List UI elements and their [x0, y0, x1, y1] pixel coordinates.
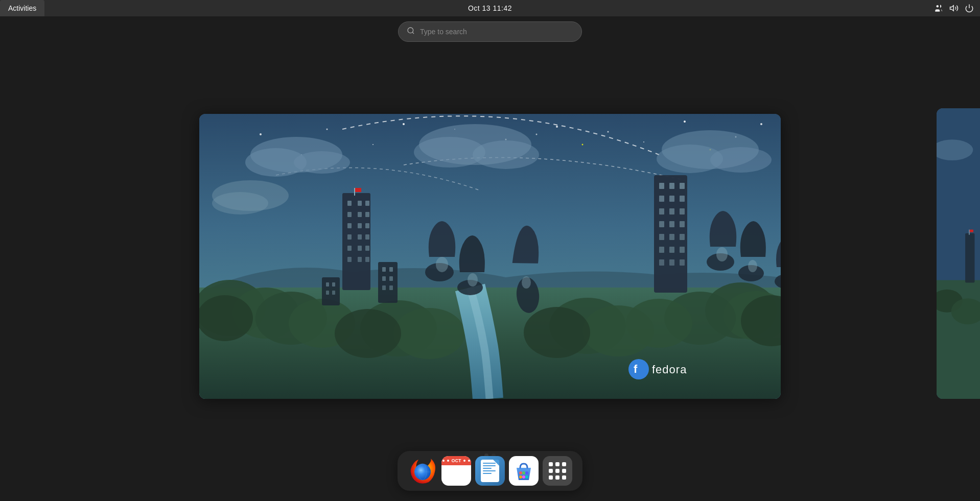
- svg-point-46: [335, 309, 401, 358]
- wallpaper-scene: f fedora: [199, 114, 781, 399]
- svg-rect-111: [389, 285, 393, 290]
- svg-rect-77: [365, 201, 369, 206]
- app-dot-5: [555, 469, 559, 473]
- svg-rect-106: [382, 267, 386, 272]
- app-dot-7: [549, 475, 553, 480]
- dock-firefox[interactable]: [408, 456, 437, 486]
- svg-rect-79: [358, 212, 362, 217]
- svg-point-45: [393, 308, 465, 359]
- svg-rect-81: [347, 223, 352, 228]
- workspace-main[interactable]: f fedora: [199, 114, 781, 399]
- svg-point-155: [525, 475, 528, 479]
- writer-line-5: [483, 473, 492, 474]
- svg-rect-71: [680, 259, 685, 266]
- svg-point-27: [473, 140, 539, 169]
- svg-rect-56: [680, 196, 685, 202]
- workspace-side[interactable]: [937, 108, 980, 399]
- cal-dot-3: [463, 460, 465, 462]
- svg-point-24: [294, 151, 350, 174]
- svg-text:fedora: fedora: [652, 363, 687, 376]
- svg-point-14: [760, 123, 762, 125]
- svg-rect-66: [659, 247, 664, 253]
- svg-rect-107: [389, 267, 393, 272]
- store-icon: [512, 460, 535, 482]
- svg-rect-65: [680, 234, 685, 240]
- svg-point-12: [684, 121, 686, 123]
- svg-point-16: [582, 144, 584, 145]
- svg-rect-108: [382, 276, 386, 281]
- svg-point-136: [628, 359, 649, 379]
- wallpaper: f fedora: [199, 114, 781, 399]
- dock-calendar[interactable]: OCT: [441, 456, 471, 486]
- power-icon[interactable]: [965, 4, 974, 13]
- dock-appgrid[interactable]: [543, 456, 572, 486]
- svg-rect-63: [659, 234, 664, 240]
- svg-rect-121: [326, 282, 329, 287]
- svg-text:f: f: [634, 363, 638, 375]
- dock-writer[interactable]: [475, 456, 505, 486]
- topbar-left: Activities: [0, 0, 44, 16]
- svg-rect-69: [659, 259, 664, 266]
- svg-rect-52: [669, 183, 674, 189]
- svg-rect-89: [365, 246, 369, 251]
- svg-point-152: [525, 471, 528, 474]
- svg-point-153: [519, 475, 522, 479]
- svg-point-6: [260, 133, 262, 135]
- app-dot-1: [549, 462, 553, 466]
- volume-icon[interactable]: [949, 4, 959, 13]
- svg-rect-83: [365, 223, 369, 228]
- svg-rect-78: [347, 212, 352, 217]
- svg-point-102: [748, 260, 757, 272]
- svg-point-21: [536, 133, 538, 135]
- topbar-datetime[interactable]: Oct 13 11:42: [468, 4, 512, 12]
- svg-rect-84: [347, 234, 352, 240]
- app-dot-8: [555, 475, 559, 480]
- writer-line-3: [483, 468, 492, 469]
- app-dot-4: [549, 469, 553, 473]
- svg-line-4: [412, 32, 414, 34]
- svg-rect-124: [332, 291, 335, 295]
- svg-rect-105: [378, 262, 398, 303]
- svg-rect-109: [389, 276, 393, 281]
- search-bar[interactable]: [398, 21, 582, 42]
- svg-point-32: [212, 192, 268, 214]
- firefox-icon: [408, 457, 437, 485]
- svg-rect-62: [680, 221, 685, 227]
- users-icon[interactable]: [934, 4, 943, 13]
- svg-point-30: [710, 147, 772, 173]
- svg-point-11: [608, 131, 609, 132]
- svg-point-10: [556, 126, 558, 128]
- search-input[interactable]: [420, 28, 573, 36]
- svg-rect-143: [970, 230, 973, 232]
- app-dot-3: [562, 462, 566, 466]
- svg-point-7: [326, 128, 328, 130]
- svg-rect-53: [680, 183, 685, 189]
- svg-rect-67: [669, 247, 674, 253]
- svg-point-154: [522, 475, 525, 479]
- svg-point-98: [522, 276, 531, 289]
- svg-rect-85: [358, 234, 362, 240]
- writer-document: [481, 460, 499, 482]
- svg-rect-88: [358, 246, 362, 251]
- activities-button[interactable]: Activities: [0, 0, 44, 16]
- svg-rect-92: [365, 257, 369, 262]
- app-dot-2: [555, 462, 559, 466]
- svg-point-20: [643, 141, 644, 142]
- dock: OCT: [398, 451, 582, 491]
- svg-rect-73: [354, 188, 355, 196]
- dock-store[interactable]: [509, 456, 539, 486]
- svg-rect-122: [332, 282, 335, 287]
- app-dot-6: [562, 469, 566, 473]
- writer-line-1: [483, 463, 496, 464]
- svg-rect-61: [669, 221, 674, 227]
- svg-rect-86: [365, 234, 369, 240]
- svg-point-0: [937, 5, 939, 8]
- svg-point-3: [408, 28, 413, 33]
- svg-rect-110: [382, 285, 386, 290]
- search-icon: [407, 27, 415, 37]
- svg-rect-64: [669, 234, 674, 240]
- calendar-body: [453, 465, 459, 486]
- svg-point-48: [582, 305, 654, 356]
- svg-rect-142: [969, 230, 970, 235]
- svg-point-150: [519, 471, 522, 474]
